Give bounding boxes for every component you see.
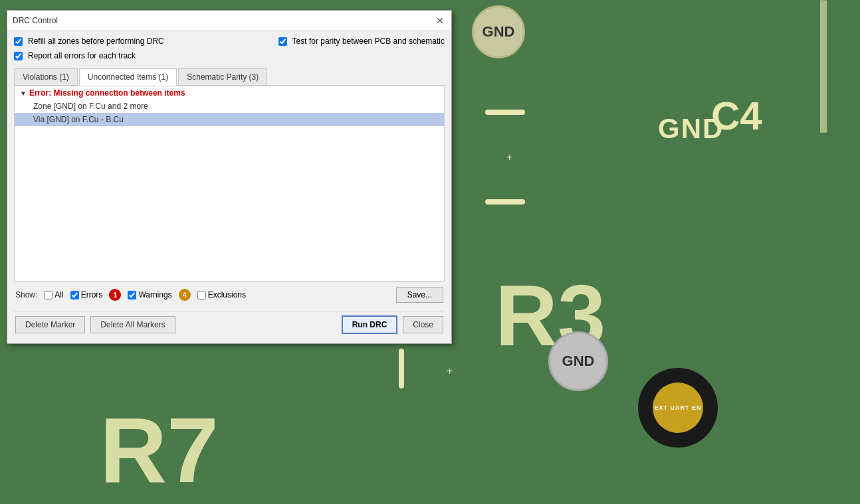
- options-section: Refill all zones before performing DRC R…: [14, 37, 445, 63]
- error-header-text: Error: Missing connection between items: [29, 88, 185, 98]
- dialog-title: DRC Control: [13, 16, 58, 25]
- right-options: Test for parity between PCB and schemati…: [278, 37, 445, 63]
- test-parity-row: Test for parity between PCB and schemati…: [278, 37, 445, 46]
- pcb-arc-right: [820, 0, 860, 133]
- refill-zones-row: Refill all zones before performing DRC: [14, 37, 164, 46]
- test-parity-checkbox[interactable]: [278, 37, 287, 46]
- bottom-buttons-row: Delete Marker Delete All Markers Run DRC…: [14, 311, 445, 338]
- save-button[interactable]: Save...: [396, 287, 443, 303]
- results-list[interactable]: ▼ Error: Missing connection between item…: [14, 86, 445, 282]
- show-warnings-label[interactable]: Warnings: [128, 290, 171, 299]
- drc-dialog: DRC Control ✕ Refill all zones before pe…: [7, 10, 452, 344]
- refill-zones-checkbox[interactable]: [14, 37, 23, 46]
- dark-circle-component: EXT UART EN: [638, 368, 718, 448]
- collapse-chevron: ▼: [20, 90, 27, 97]
- dialog-titlebar: DRC Control ✕: [7, 11, 451, 31]
- report-errors-row: Report all errors for each track: [14, 51, 164, 60]
- show-warnings-checkbox[interactable]: [128, 291, 136, 299]
- show-errors-label[interactable]: Errors: [70, 290, 103, 299]
- tree-child-1[interactable]: Zone [GND] on F.Cu and 2 more: [15, 100, 444, 113]
- gnd-circle-top: GND: [472, 5, 525, 58]
- tree-child-2[interactable]: Via [GND] on F.Cu - B.Cu: [15, 113, 444, 126]
- r7-bg-text: R7: [100, 396, 219, 504]
- report-errors-label: Report all errors for each track: [28, 51, 136, 60]
- show-label: Show:: [15, 290, 37, 299]
- close-button[interactable]: Close: [403, 316, 443, 333]
- tab-schematic[interactable]: Schematic Parity (3): [178, 68, 267, 85]
- dialog-body: Refill all zones before performing DRC R…: [7, 31, 451, 343]
- warnings-count-badge: 4: [179, 289, 191, 301]
- delete-marker-button[interactable]: Delete Marker: [15, 316, 85, 333]
- c4-label-area: GND C4: [658, 113, 724, 145]
- show-exclusions-checkbox[interactable]: [197, 291, 206, 299]
- crosshair-1: +: [506, 151, 512, 163]
- tabs-bar: Violations (1) Unconnected Items (1) Sch…: [14, 68, 445, 86]
- run-drc-button[interactable]: Run DRC: [342, 315, 398, 334]
- pcb-trace-v1: [399, 349, 404, 388]
- show-all-label[interactable]: All: [44, 290, 63, 299]
- left-options: Refill all zones before performing DRC R…: [14, 37, 164, 63]
- close-icon-button[interactable]: ✕: [434, 15, 446, 27]
- gnd-circle-bottom: GND: [548, 331, 608, 391]
- pcb-trace-2: [485, 199, 525, 205]
- tab-violations[interactable]: Violations (1): [14, 68, 78, 85]
- test-parity-label: Test for parity between PCB and schemati…: [292, 37, 445, 46]
- child-1-text: Zone [GND] on F.Cu and 2 more: [33, 102, 148, 111]
- crosshair-2: +: [447, 365, 453, 377]
- error-header-item[interactable]: ▼ Error: Missing connection between item…: [15, 86, 444, 100]
- child-2-text: Via [GND] on F.Cu - B.Cu: [33, 115, 124, 124]
- pcb-trace-1: [485, 110, 525, 115]
- tab-unconnected[interactable]: Unconnected Items (1): [79, 68, 177, 86]
- show-all-checkbox[interactable]: [44, 291, 53, 299]
- show-filters-row: Show: All Errors 1 Warnings 4 Exclusions…: [14, 282, 445, 308]
- delete-all-markers-button[interactable]: Delete All Markers: [90, 316, 175, 333]
- show-errors-checkbox[interactable]: [70, 291, 79, 299]
- refill-zones-label: Refill all zones before performing DRC: [28, 37, 164, 46]
- errors-count-badge: 1: [109, 289, 121, 301]
- copper-pad: EXT UART EN: [653, 382, 703, 433]
- show-exclusions-label[interactable]: Exclusions: [197, 290, 246, 299]
- report-errors-checkbox[interactable]: [14, 52, 23, 60]
